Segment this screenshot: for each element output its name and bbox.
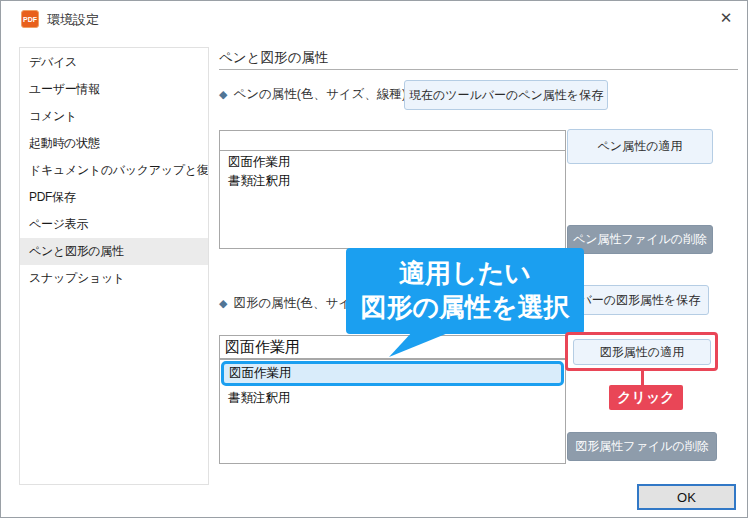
callout-line-2: 図形の属性を選択: [346, 290, 584, 324]
window-title: 環境設定: [47, 11, 99, 29]
click-label: クリック: [609, 385, 683, 410]
list-item[interactable]: 書類注釈用: [220, 171, 565, 191]
pen-attribute-name-field[interactable]: [219, 130, 566, 151]
delete-pen-attribute-file-button[interactable]: ペン属性ファイルの削除: [567, 225, 713, 254]
pen-section-label-text: ペンの属性(色、サイズ、線種): [233, 86, 406, 103]
sidebar-item-user-info[interactable]: ユーザー情報: [20, 76, 208, 103]
sidebar-item-device[interactable]: デバイス: [20, 49, 208, 76]
pen-attributes-section-label: ◆ ペンの属性(色、サイズ、線種): [219, 86, 406, 103]
sidebar-item-pdf-save[interactable]: PDF保存: [20, 184, 208, 211]
sidebar-item-comment[interactable]: コメント: [20, 103, 208, 130]
delete-shape-attribute-file-button[interactable]: 図形属性ファイルの削除: [567, 432, 717, 461]
list-item[interactable]: 書類注釈用: [220, 388, 565, 408]
instruction-callout: 適用したい 図形の属性を選択: [346, 248, 584, 334]
callout-line-1: 適用したい: [346, 256, 584, 290]
sidebar-item-backup-restore[interactable]: ドキュメントのバックアップと復元: [20, 157, 208, 184]
sidebar-item-startup-state[interactable]: 起動時の状態: [20, 130, 208, 157]
click-connector-line: [641, 369, 644, 386]
pen-attributes-listbox: 図面作業用 書類注釈用: [219, 150, 566, 249]
list-item-selected[interactable]: 図面作業用: [221, 361, 564, 386]
heading-divider: [219, 69, 738, 70]
diamond-bullet-icon: ◆: [219, 297, 227, 310]
sidebar-item-snapshot[interactable]: スナップショット: [20, 265, 208, 292]
settings-category-list: デバイス ユーザー情報 コメント 起動時の状態 ドキュメントのバックアップと復元…: [19, 47, 209, 485]
shape-attributes-listbox: 図面作業用 書類注釈用: [219, 359, 566, 464]
ok-button[interactable]: OK: [637, 484, 736, 510]
diamond-bullet-icon: ◆: [219, 88, 227, 101]
preferences-dialog: PDF 環境設定 ✕ デバイス ユーザー情報 コメント 起動時の状態 ドキュメン…: [0, 0, 748, 518]
close-icon[interactable]: ✕: [703, 1, 748, 35]
sidebar-item-page-display[interactable]: ページ表示: [20, 211, 208, 238]
list-item[interactable]: 図面作業用: [220, 151, 565, 171]
callout-tail-icon: [381, 331, 461, 361]
title-bar: PDF 環境設定 ✕: [1, 1, 748, 37]
apply-pen-attributes-button[interactable]: ペン属性の適用: [567, 129, 713, 164]
page-title: ペンと図形の属性: [219, 49, 328, 67]
apply-shape-attributes-button[interactable]: 図形属性の適用: [573, 339, 711, 365]
pdf-app-icon: PDF: [21, 10, 39, 28]
sidebar-item-pen-shape-attributes[interactable]: ペンと図形の属性: [20, 238, 208, 265]
save-current-toolbar-pen-attributes-button[interactable]: 現在のツールバーのペン属性を保存: [404, 80, 608, 110]
